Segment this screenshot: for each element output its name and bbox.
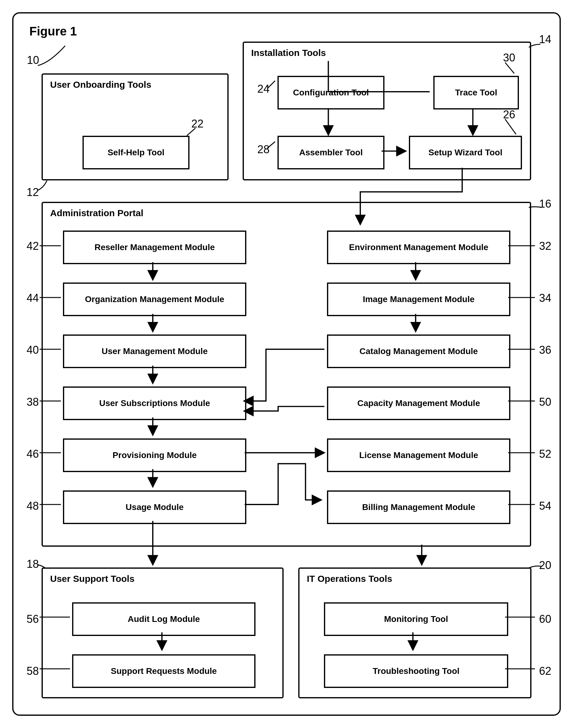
billing-box: Billing Management Module <box>327 490 510 524</box>
ref-62: 62 <box>539 665 551 678</box>
ref-16: 16 <box>539 197 551 210</box>
admin-panel: Administration Portal Reseller Managemen… <box>42 202 531 547</box>
ref-20: 20 <box>539 559 551 572</box>
ref-34: 34 <box>539 292 551 304</box>
ref-56: 56 <box>27 613 39 626</box>
trace-box: Trace Tool <box>433 76 519 109</box>
itops-title: IT Operations Tools <box>307 574 392 584</box>
capacity-box: Capacity Management Module <box>327 386 510 420</box>
installation-title: Installation Tools <box>251 48 326 58</box>
ref-10: 10 <box>27 54 39 67</box>
ref-14: 14 <box>539 33 551 46</box>
assembler-box: Assembler Tool <box>277 136 384 169</box>
usersubs-box: User Subscriptions Module <box>63 386 246 420</box>
ref-42: 42 <box>27 240 39 252</box>
ref-22: 22 <box>191 117 204 130</box>
reseller-box: Reseller Management Module <box>63 231 246 264</box>
provisioning-box: Provisioning Module <box>63 438 246 472</box>
trouble-box: Troubleshooting Tool <box>324 654 508 688</box>
envmgmt-box: Environment Management Module <box>327 231 510 264</box>
ref-30: 30 <box>503 51 515 64</box>
ref-28: 28 <box>257 143 269 156</box>
supportreq-box: Support Requests Module <box>72 654 256 688</box>
onboarding-title: User Onboarding Tools <box>50 80 151 90</box>
setupwizard-box: Setup Wizard Tool <box>409 136 522 169</box>
ref-12: 12 <box>27 186 39 199</box>
diagram-canvas: Figure 1 10 User Onboarding Tools Self-H… <box>12 12 561 716</box>
ref-58: 58 <box>27 665 39 678</box>
ref-52: 52 <box>539 448 551 460</box>
usermgmt-box: User Management Module <box>63 335 246 368</box>
config-box: Configuration Tool <box>277 76 384 109</box>
org-box: Organization Management Module <box>63 283 246 316</box>
itops-panel: IT Operations Tools Monitoring Tool Trou… <box>298 568 531 698</box>
ref-36: 36 <box>539 344 551 356</box>
usage-box: Usage Module <box>63 490 246 524</box>
monitoring-box: Monitoring Tool <box>324 602 508 636</box>
ref-24: 24 <box>257 83 269 95</box>
figure-title: Figure 1 <box>29 25 77 38</box>
ref-46: 46 <box>27 448 39 460</box>
ref-40: 40 <box>27 344 39 356</box>
license-box: License Management Module <box>327 438 510 472</box>
ref-38: 38 <box>27 396 39 408</box>
ref-50: 50 <box>539 396 551 408</box>
usersupport-title: User Support Tools <box>50 574 135 584</box>
ref-32: 32 <box>539 240 551 252</box>
installation-panel: Installation Tools Configuration Tool Tr… <box>243 42 531 180</box>
ref-44: 44 <box>27 292 39 304</box>
ref-48: 48 <box>27 500 39 513</box>
ref-26: 26 <box>503 108 515 121</box>
self-help-box: Self-Help Tool <box>83 136 190 169</box>
catalog-box: Catalog Management Module <box>327 335 510 368</box>
imgmgmt-box: Image Management Module <box>327 283 510 316</box>
ref-60: 60 <box>539 613 551 626</box>
admin-title: Administration Portal <box>50 208 143 218</box>
auditlog-box: Audit Log Module <box>72 602 256 636</box>
ref-54: 54 <box>539 500 551 513</box>
usersupport-panel: User Support Tools Audit Log Module Supp… <box>42 568 283 698</box>
ref-18: 18 <box>27 558 39 571</box>
